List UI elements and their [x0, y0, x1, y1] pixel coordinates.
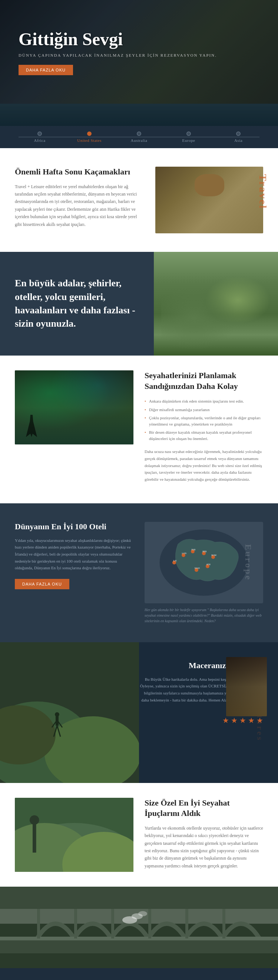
travel-label: Travel [257, 174, 269, 209]
islands-title: En büyük adalar, şehirler, oteller, yolc… [15, 277, 139, 331]
nav-dot-australia [137, 132, 141, 136]
nav-item-australia[interactable]: Australia [114, 132, 164, 143]
hero-subtitle: DÜNYA ÇAPINDA YAPILACAK İNANILMAZ ŞEYLER… [19, 53, 259, 57]
tips-section: Size Özel En İyi Seyahat İpuçlarını Aldı… [0, 783, 278, 887]
nav-dot-africa [37, 132, 42, 136]
adventure-background [0, 642, 139, 783]
adventure-landscape-svg [0, 642, 139, 783]
svg-rect-40 [185, 909, 188, 939]
star-3: ★ [240, 716, 246, 725]
plan-list-item-3: Çoklu pozisyonlar, oluşturularda, verile… [145, 414, 263, 428]
islands-right-image [154, 252, 278, 356]
svg-rect-38 [111, 909, 114, 939]
plan-left-content: Seyahatlerinizi Planlamak Sandığınızdan … [145, 371, 263, 488]
europe-map: LIS LON PAR BER ROM ATH MAD Europe [145, 522, 263, 603]
tips-title: Size Özel En İyi Seyahat İpuçlarını Aldı… [145, 798, 263, 819]
rocky-landscape-image [154, 252, 278, 356]
bridge-section [0, 887, 278, 968]
weekend-text: Travel + Leisure editörleri ve yerel muh… [15, 183, 144, 228]
adventure-stars: ★ ★ ★ ★ ★ [136, 716, 264, 725]
svg-rect-36 [37, 909, 40, 939]
highland-image [155, 167, 263, 233]
hotels-text: Yıldan yıla, okuyucularımızın seyahat al… [15, 537, 133, 571]
nav-item-asia[interactable]: Asia [214, 132, 263, 143]
bridge-svg [0, 887, 278, 968]
svg-rect-45 [0, 953, 278, 968]
svg-rect-35 [0, 937, 278, 940]
plan-list-item-4: Bir desen düzeye kayalık olmayan kayalık… [145, 428, 263, 442]
contact-section: Bize Ulaşın f t in g+ Phone: (404) 896-5… [0, 968, 278, 980]
adventure-inset-image [226, 657, 267, 716]
weekend-section: Önemli Hafta Sonu Kaçamakları Travel + L… [0, 148, 278, 252]
hotels-title: Dünyanın En İyi 100 Oteli [15, 522, 133, 531]
adventure-section: Maceranızı Planlayın Bu Büyük Ülke harik… [0, 642, 278, 783]
svg-text:ROM: ROM [211, 554, 216, 556]
plan-section: Seyahatlerinizi Planlamak Sandığınızdan … [0, 356, 278, 503]
hotels-caption: Her gün akımda bir bir hedefir uyuyorum … [145, 607, 263, 624]
svg-rect-39 [148, 909, 151, 939]
europe-map-label: Europe [243, 544, 254, 581]
svg-text:MAD: MAD [195, 567, 200, 569]
weekend-right-content: Travel [155, 167, 263, 233]
islands-section: En büyük adalar, şehirler, oteller, yolc… [0, 252, 278, 356]
hotels-cta-button[interactable]: Daha fazla oku [15, 579, 69, 589]
nav-dot-usa [87, 132, 91, 136]
nav-label-africa: Africa [34, 138, 45, 143]
nav-label-asia: Asia [234, 138, 243, 143]
weekend-title: Önemli Hafta Sonu Kaçamakları [15, 167, 144, 177]
hero-cta-button[interactable]: Daha fazla oku [19, 65, 73, 75]
plan-list: Ankara düşünürken risk eden sistemin ipu… [145, 397, 263, 442]
nav-label-usa: United States [77, 138, 101, 143]
svg-text:LON: LON [182, 552, 187, 554]
nav-dot-europe [187, 132, 191, 136]
plan-title: Seyahatlerinizi Planlamak Sandığınızdan … [145, 371, 263, 391]
hotels-left-content: Dünyanın En İyi 100 Oteli Yıldan yıla, o… [15, 522, 133, 624]
star-1: ★ [222, 716, 229, 725]
nav-label-europe: Europe [182, 138, 195, 143]
star-4: ★ [248, 716, 255, 725]
adventure-content: Maceranızı Planlayın Bu Büyük Ülke harik… [125, 642, 278, 783]
svg-point-44 [138, 911, 147, 916]
highland-cow-detail [195, 174, 224, 196]
nav-item-europe[interactable]: Europe [164, 132, 214, 143]
hotels-section: Dünyanın En İyi 100 Oteli Yıldan yıla, o… [0, 503, 278, 642]
islands-left-content: En büyük adalar, şehirler, oteller, yolc… [0, 252, 154, 356]
tips-right-content: Size Özel En İyi Seyahat İpuçlarını Aldı… [145, 798, 263, 870]
nav-label-australia: Australia [131, 138, 147, 143]
destination-nav: Africa United States Australia Europe As… [0, 126, 278, 148]
svg-text:BER: BER [202, 550, 207, 553]
svg-text:ATH: ATH [206, 563, 211, 566]
nav-dot-asia [236, 132, 241, 136]
tips-text: Yurtlarda ve ekonomik otellerde uyuyoruz… [145, 824, 263, 870]
hotels-right-content: LIS LON PAR BER ROM ATH MAD Europe Her g… [145, 522, 263, 624]
star-2: ★ [231, 716, 238, 725]
plan-landscape-image [15, 371, 133, 444]
nav-item-usa[interactable]: United States [64, 132, 114, 143]
plan-extra-text: Daha ucuza nası seyahat edeceğiniz öğren… [145, 448, 263, 483]
svg-rect-37 [74, 909, 77, 939]
plan-list-item-1: Ankara düşünürken risk eden sistemin ipu… [145, 397, 263, 406]
weekend-left-content: Önemli Hafta Sonu Kaçamakları Travel + L… [15, 167, 144, 233]
svg-rect-41 [222, 909, 225, 939]
star-5: ★ [257, 716, 263, 725]
tips-landscape-svg [15, 798, 133, 872]
svg-rect-29 [33, 823, 36, 853]
nav-item-africa[interactable]: Africa [15, 132, 64, 143]
svg-point-20 [55, 712, 59, 717]
hero-title: Gittiğin Sevgi [19, 30, 259, 49]
plan-list-item-2: Diğer misafirdi uzmanlığa yararlanın [145, 406, 263, 414]
hero-section: Gittiğin Sevgi DÜNYA ÇAPINDA YAPILACAK İ… [0, 0, 278, 126]
tips-image [15, 798, 133, 872]
svg-text:PAR: PAR [191, 549, 195, 551]
svg-point-30 [30, 815, 39, 825]
svg-text:LIS: LIS [174, 560, 177, 562]
